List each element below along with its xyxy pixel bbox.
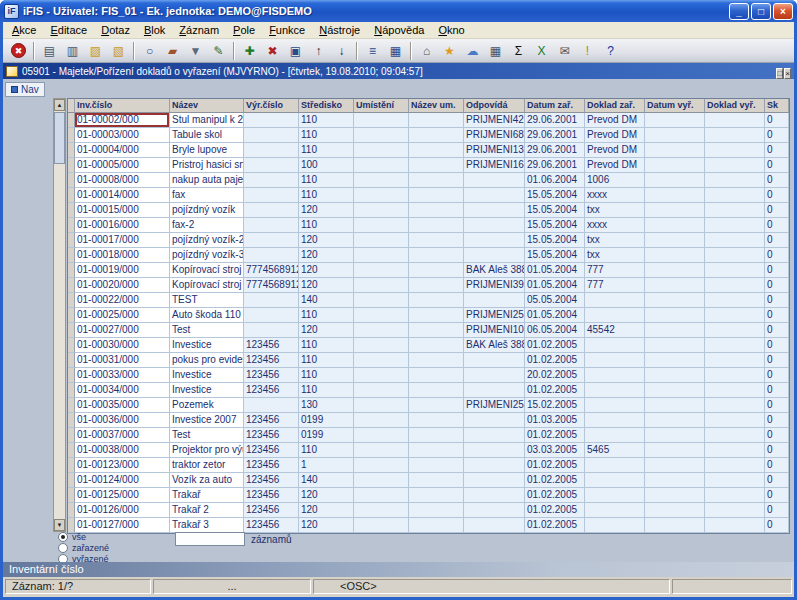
cell[interactable]: 110	[299, 113, 354, 128]
table-row[interactable]: 01-00019/000Kopírovací stroj T7774568912…	[68, 263, 789, 278]
cell[interactable]: Investice 2007	[170, 413, 244, 428]
cell[interactable]	[705, 308, 765, 323]
row-selector[interactable]	[68, 158, 75, 173]
row-selector[interactable]	[68, 248, 75, 263]
row-selector[interactable]	[68, 473, 75, 488]
cell[interactable]	[244, 173, 299, 188]
cell[interactable]: 0	[765, 233, 789, 248]
cell[interactable]: 0	[765, 353, 789, 368]
cell[interactable]: 120	[299, 518, 354, 533]
cell[interactable]: 120	[299, 323, 354, 338]
search-icon[interactable]: ○	[139, 40, 160, 61]
cell[interactable]: 01.02.2005	[525, 503, 585, 518]
cell[interactable]	[354, 503, 409, 518]
cell[interactable]: 01-00127/000	[75, 518, 170, 533]
row-selector[interactable]	[68, 428, 75, 443]
row-selector[interactable]	[68, 293, 75, 308]
row-selector[interactable]	[68, 218, 75, 233]
cell[interactable]: 0	[765, 248, 789, 263]
cell[interactable]: 01-00003/000	[75, 128, 170, 143]
cell[interactable]	[645, 278, 705, 293]
cell[interactable]	[705, 278, 765, 293]
cell[interactable]: 01-00036/000	[75, 413, 170, 428]
table-row[interactable]: 01-00004/000Bryle lupove110PRIJMENI132 N…	[68, 143, 789, 158]
row-selector[interactable]	[68, 278, 75, 293]
cell[interactable]: 0	[765, 518, 789, 533]
cell[interactable]: 01-00017/000	[75, 233, 170, 248]
cell[interactable]: 29.06.2001	[525, 143, 585, 158]
cell[interactable]: 5465	[585, 443, 645, 458]
cell[interactable]	[354, 278, 409, 293]
cell[interactable]	[409, 143, 464, 158]
cell[interactable]	[354, 203, 409, 218]
cell[interactable]: 123456	[244, 503, 299, 518]
cell[interactable]	[354, 398, 409, 413]
cell[interactable]	[585, 473, 645, 488]
cell[interactable]: 110	[299, 383, 354, 398]
cell[interactable]	[585, 503, 645, 518]
cell[interactable]	[705, 173, 765, 188]
cell[interactable]: 0	[765, 143, 789, 158]
cell[interactable]: fax	[170, 188, 244, 203]
cell[interactable]	[244, 113, 299, 128]
table-row[interactable]: 01-00005/000Pristroj hasici sne100PRIJME…	[68, 158, 789, 173]
cell[interactable]	[705, 293, 765, 308]
cell[interactable]: 01-00038/000	[75, 443, 170, 458]
cell[interactable]	[354, 143, 409, 158]
cell[interactable]: PRIJMENI4276 N	[464, 113, 525, 128]
cell[interactable]: 15.05.2004	[525, 218, 585, 233]
cell[interactable]: PRIJMENI687 S	[464, 128, 525, 143]
cell[interactable]	[354, 188, 409, 203]
cell[interactable]: Test	[170, 323, 244, 338]
cell[interactable]: Prevod DM	[585, 128, 645, 143]
sort-asc-icon[interactable]: ↑	[308, 40, 329, 61]
cell[interactable]	[244, 188, 299, 203]
cell[interactable]: 01-00027/000	[75, 323, 170, 338]
table-row[interactable]: 01-00008/000nakup auta pajero11001.06.20…	[68, 173, 789, 188]
menu-zaznam[interactable]: Záznam	[172, 23, 226, 37]
cell[interactable]: 0	[765, 458, 789, 473]
cloud-icon[interactable]: ☁	[462, 40, 483, 61]
row-selector[interactable]	[68, 128, 75, 143]
cell[interactable]	[464, 518, 525, 533]
table-row[interactable]: 01-00036/000Investice 2007123456019901.0…	[68, 413, 789, 428]
cell[interactable]	[409, 443, 464, 458]
cell[interactable]	[244, 323, 299, 338]
cell[interactable]: 29.06.2001	[525, 113, 585, 128]
menu-nastroje[interactable]: Nástroje	[312, 23, 367, 37]
scroll-down-icon[interactable]: ▼	[54, 519, 65, 531]
cell[interactable]: traktor zetor	[170, 458, 244, 473]
cell[interactable]	[705, 233, 765, 248]
cell[interactable]: PRIJMENI3914	[464, 278, 525, 293]
cell[interactable]: 0	[765, 488, 789, 503]
duplicate-record-icon[interactable]: ▣	[285, 40, 306, 61]
menu-akce[interactable]: Akce	[5, 23, 43, 37]
cell[interactable]: pokus pro evidenc	[170, 353, 244, 368]
cell[interactable]: BAK Aleš 388	[464, 338, 525, 353]
cell[interactable]: Auto škoda 110	[170, 308, 244, 323]
cell[interactable]	[705, 158, 765, 173]
cell[interactable]: 120	[299, 203, 354, 218]
cell[interactable]	[585, 308, 645, 323]
cell[interactable]: 01.02.2005	[525, 383, 585, 398]
cell[interactable]	[705, 443, 765, 458]
table-row[interactable]: 01-00031/000pokus pro evidenc12345611001…	[68, 353, 789, 368]
cell[interactable]: 01-00030/000	[75, 338, 170, 353]
help-icon[interactable]: ?	[600, 40, 621, 61]
cell[interactable]: 01.06.2004	[525, 173, 585, 188]
cell[interactable]: 123456	[244, 338, 299, 353]
cell[interactable]	[464, 233, 525, 248]
cell[interactable]	[409, 203, 464, 218]
row-selector[interactable]	[68, 443, 75, 458]
cell[interactable]	[244, 158, 299, 173]
cell[interactable]: 110	[299, 368, 354, 383]
cell[interactable]	[354, 323, 409, 338]
cell[interactable]: xxxx	[585, 188, 645, 203]
row-selector[interactable]	[68, 488, 75, 503]
detail-view-icon[interactable]: ▦	[385, 40, 406, 61]
menu-pole[interactable]: Pole	[226, 23, 262, 37]
cell[interactable]: 110	[299, 143, 354, 158]
cell[interactable]: 0	[765, 503, 789, 518]
cell[interactable]	[705, 413, 765, 428]
cell[interactable]	[354, 113, 409, 128]
